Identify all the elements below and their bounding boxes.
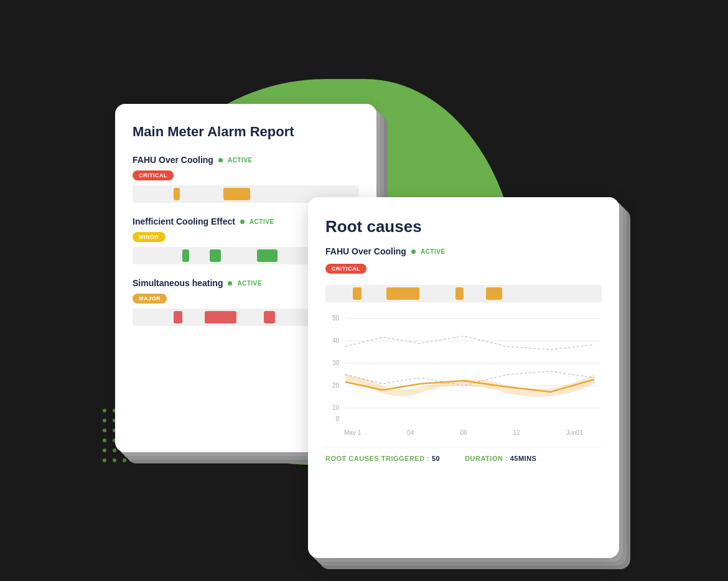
duration-stat-label: DURATION : xyxy=(465,455,508,462)
svg-text:10: 10 xyxy=(332,404,340,411)
alarm-item-1: FAHU Over Cooling ACTIVE CRITICAL xyxy=(133,155,359,203)
root-status-dot xyxy=(411,249,416,254)
bar-segment xyxy=(174,311,183,323)
scene: Main Meter Alarm Report FAHU Over Coolin… xyxy=(84,42,644,539)
status-dot-3 xyxy=(228,281,232,286)
root-severity-badge: CRITICAL xyxy=(325,264,366,274)
root-causes-title: Root causes xyxy=(325,217,602,236)
bar-segment xyxy=(182,249,189,262)
chart-svg: 50 40 30 20 10 0 xyxy=(325,312,602,424)
root-causes-stat-value: 50 xyxy=(432,455,440,462)
status-label-3: ACTIVE xyxy=(237,280,262,287)
stats-row: ROOT CAUSES TRIGGERED : 50 DURATION : 45… xyxy=(325,447,602,462)
alarm-report-title: Main Meter Alarm Report xyxy=(133,124,359,140)
svg-text:0: 0 xyxy=(335,416,339,422)
root-alarm-name: FAHU Over Cooling xyxy=(325,246,406,256)
root-causes-stat-label: ROOT CAUSES TRIGGERED : xyxy=(325,455,429,462)
svg-text:30: 30 xyxy=(332,360,340,366)
chart-area: 50 40 30 20 10 0 May xyxy=(325,312,602,437)
root-bar-2 xyxy=(386,287,419,300)
x-label-3: 08 xyxy=(460,429,467,436)
chart-x-labels: May 1 04 08 12 Jun01 xyxy=(325,429,602,436)
status-dot-2 xyxy=(240,220,245,224)
bar-segment xyxy=(223,188,251,200)
bar-segment xyxy=(257,249,278,262)
svg-text:50: 50 xyxy=(332,315,340,322)
status-label-1: ACTIVE xyxy=(228,157,253,164)
root-status-label: ACTIVE xyxy=(421,248,446,255)
svg-text:20: 20 xyxy=(332,382,340,389)
x-label-5: Jun01 xyxy=(566,429,583,436)
duration-stat-value: 45MINS xyxy=(510,455,537,462)
alarm-name-3: Simultaneous heating xyxy=(133,278,223,288)
root-timeline xyxy=(325,285,602,302)
severity-badge-1: CRITICAL xyxy=(133,170,174,180)
bar-segment xyxy=(210,249,221,262)
duration-stat: DURATION : 45MINS xyxy=(465,455,536,462)
x-label-4: 12 xyxy=(513,429,520,436)
status-dot-1 xyxy=(218,158,223,162)
x-label-1: May 1 xyxy=(344,429,361,436)
svg-text:40: 40 xyxy=(332,337,340,344)
root-bar-4 xyxy=(486,287,503,300)
status-label-2: ACTIVE xyxy=(250,218,274,225)
bar-segment xyxy=(174,188,180,200)
root-causes-card: Root causes FAHU Over Cooling ACTIVE CRI… xyxy=(308,197,619,558)
alarm-name-1: FAHU Over Cooling xyxy=(133,155,213,165)
bar-segment xyxy=(205,311,236,323)
bar-segment xyxy=(264,311,275,323)
x-label-2: 04 xyxy=(407,429,414,436)
root-bar-1 xyxy=(353,287,361,300)
alarm-name-2: Inefficient Cooling Effect xyxy=(133,216,235,226)
severity-badge-2: MINOR xyxy=(133,232,166,242)
root-bar-3 xyxy=(455,287,464,300)
root-causes-stat: ROOT CAUSES TRIGGERED : 50 xyxy=(325,455,440,462)
severity-badge-3: MAJOR xyxy=(133,294,167,304)
